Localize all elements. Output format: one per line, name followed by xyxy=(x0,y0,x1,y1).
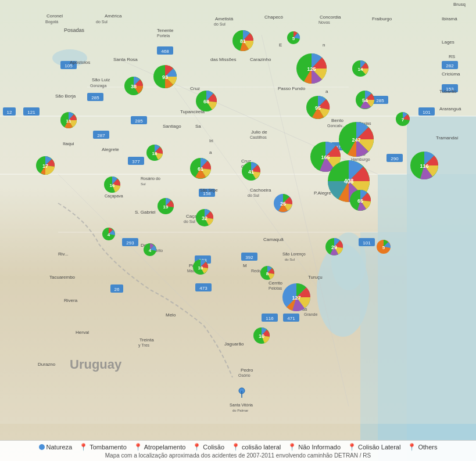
svg-text:Melo: Melo xyxy=(166,312,176,318)
svg-text:287: 287 xyxy=(97,133,105,138)
svg-text:Tubarão: Tubarão xyxy=(439,89,457,94)
svg-text:Turuçu: Turuçu xyxy=(308,275,323,280)
atropelamento-label: Atropelamento xyxy=(144,444,186,451)
svg-text:17: 17 xyxy=(42,163,48,169)
svg-text:10: 10 xyxy=(198,265,203,271)
others-marker: 📍 xyxy=(407,443,416,451)
natureza-dot xyxy=(39,444,45,450)
svg-text:Santiago: Santiago xyxy=(163,124,181,129)
tombamento-label: Tombamento xyxy=(90,444,127,451)
pie-marker-81: 81 xyxy=(231,29,255,52)
svg-text:Herval: Herval xyxy=(76,330,89,335)
legend-tombamento: 📍 Tombamento xyxy=(79,443,127,451)
svg-text:408: 408 xyxy=(344,178,354,185)
svg-text:282: 282 xyxy=(446,63,454,69)
colisao-lateral-upper-label: Colisão Lateral xyxy=(358,444,400,451)
svg-text:do Sul: do Sul xyxy=(96,20,108,24)
svg-text:São Sepe: São Sepe xyxy=(200,188,218,193)
svg-text:Sa: Sa xyxy=(195,124,201,129)
svg-text:5: 5 xyxy=(292,36,295,41)
svg-text:Osório: Osório xyxy=(238,373,250,377)
pie-marker-4b: 4 xyxy=(142,242,158,257)
pie-marker-25: 25 xyxy=(273,193,294,214)
legend-colisao-lateral-upper: 📍 Colisão Lateral xyxy=(348,443,400,451)
svg-text:Posadas: Posadas xyxy=(64,27,85,33)
svg-text:12: 12 xyxy=(7,110,12,115)
legend-items: Natureza 📍 Tombamento 📍 Atropelamento 📍 … xyxy=(5,443,471,451)
svg-text:93: 93 xyxy=(162,74,168,80)
svg-text:81: 81 xyxy=(240,38,246,44)
pie-marker-95: 95 xyxy=(305,95,331,120)
svg-text:a: a xyxy=(209,150,212,155)
atropelamento-marker: 📍 xyxy=(134,443,142,451)
pie-marker-54: 54 xyxy=(355,89,375,110)
svg-text:32: 32 xyxy=(202,215,207,221)
svg-text:Concordia: Concordia xyxy=(320,15,341,20)
pie-marker-61: 61 xyxy=(189,157,212,180)
svg-text:Lages: Lages xyxy=(442,39,454,45)
svg-text:Jaguarão: Jaguarão xyxy=(224,341,244,347)
pie-marker-11: 11 xyxy=(59,111,78,129)
pie-marker-65: 65 xyxy=(349,189,372,212)
svg-text:Camaquã: Camaquã xyxy=(263,237,284,242)
svg-text:25: 25 xyxy=(280,201,286,207)
svg-text:Rosário do: Rosário do xyxy=(141,177,160,181)
svg-text:285: 285 xyxy=(91,95,99,100)
nao-informado-marker: 📍 xyxy=(288,443,296,451)
svg-text:Iri: Iri xyxy=(209,138,213,143)
svg-text:8: 8 xyxy=(266,271,269,276)
svg-text:471: 471 xyxy=(287,316,295,321)
pie-marker-18: 18 xyxy=(145,143,164,162)
svg-text:São Lorenço: São Lorenço xyxy=(282,252,306,257)
svg-text:Chapecó: Chapecó xyxy=(264,15,284,20)
pie-marker-14: 14 xyxy=(351,59,370,78)
svg-text:61: 61 xyxy=(198,166,203,172)
svg-text:a: a xyxy=(325,89,328,94)
svg-text:473: 473 xyxy=(199,286,207,291)
svg-text:América: América xyxy=(105,13,122,19)
svg-text:285: 285 xyxy=(376,98,384,103)
pie-marker-93: 93 xyxy=(152,64,178,89)
svg-text:Ametistá: Ametistá xyxy=(215,16,234,21)
svg-text:101: 101 xyxy=(363,240,371,246)
svg-text:65: 65 xyxy=(357,198,363,204)
svg-text:do Palmar: do Palmar xyxy=(232,409,248,412)
svg-text:7: 7 xyxy=(402,117,405,123)
pie-marker-5-coast: 5 xyxy=(375,239,392,255)
svg-text:Tenente: Tenente xyxy=(157,28,174,33)
svg-text:Sul: Sul xyxy=(141,182,146,186)
svg-text:Criciúma: Criciúma xyxy=(442,71,460,77)
svg-text:Santa Vitória: Santa Vitória xyxy=(230,403,253,407)
svg-text:116: 116 xyxy=(420,163,428,169)
pie-marker-32: 32 xyxy=(195,208,214,228)
svg-text:285: 285 xyxy=(135,118,143,124)
svg-text:247: 247 xyxy=(352,137,360,143)
svg-text:Araranguá: Araranguá xyxy=(439,106,461,111)
pie-marker-29: 29 xyxy=(324,237,344,257)
pie-marker-16: 16 xyxy=(103,175,121,194)
svg-text:18: 18 xyxy=(152,151,158,156)
svg-text:Fraiburgo: Fraiburgo xyxy=(372,16,392,21)
svg-text:Grande: Grande xyxy=(304,312,317,316)
legend-colisao: 📍 Colisão xyxy=(192,443,224,451)
map-svg: 12 121 468 287 377 158 471 290 101 392 1… xyxy=(0,0,476,461)
svg-text:E: E xyxy=(279,42,282,48)
nao-informado-label: Não Informado xyxy=(298,444,341,451)
svg-text:Julio de: Julio de xyxy=(251,129,267,135)
colisao-label: Colisão xyxy=(203,444,224,451)
svg-text:116: 116 xyxy=(266,316,274,321)
svg-text:290: 290 xyxy=(391,156,399,161)
svg-text:do Sul: do Sul xyxy=(248,193,259,197)
svg-text:Apóstolos: Apóstolos xyxy=(70,60,90,65)
pie-marker-38: 38 xyxy=(123,75,144,96)
svg-text:Cachoeira: Cachoeira xyxy=(250,188,271,193)
pie-marker-41: 41 xyxy=(241,161,262,182)
svg-text:293: 293 xyxy=(126,240,134,246)
svg-text:26: 26 xyxy=(114,287,120,292)
svg-text:11: 11 xyxy=(66,118,71,124)
svg-text:do Sul: do Sul xyxy=(285,258,295,261)
pie-marker-4a: 4 xyxy=(101,226,116,242)
svg-text:n: n xyxy=(323,42,325,48)
svg-text:Pelotas: Pelotas xyxy=(269,286,282,290)
svg-text:Uruguay: Uruguay xyxy=(70,357,122,372)
